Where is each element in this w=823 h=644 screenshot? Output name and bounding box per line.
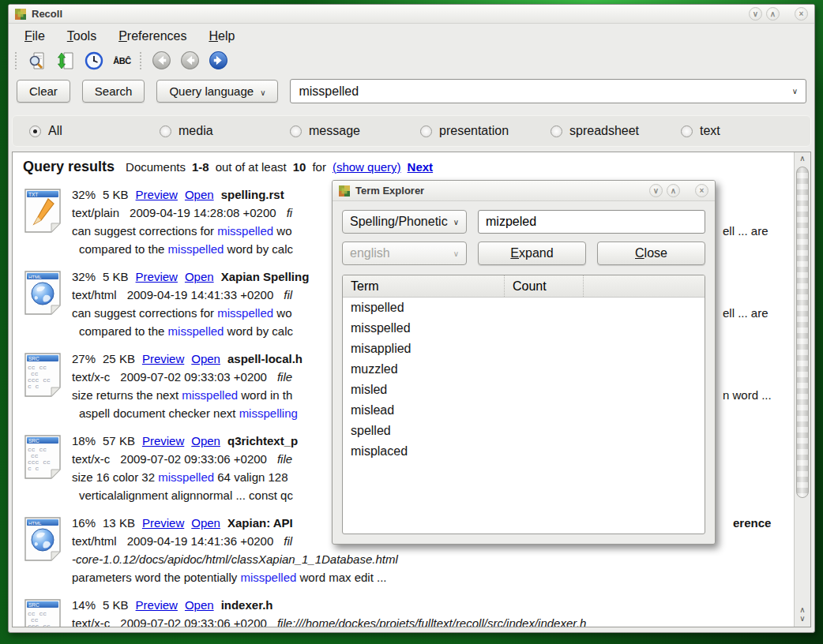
filter-spreadsheet[interactable]: spreadsheet (551, 124, 681, 138)
term-row[interactable]: misled (343, 380, 705, 400)
result-size: 57 KB (103, 432, 135, 450)
column-header-count[interactable]: Count (505, 275, 584, 297)
result-title-fragment: erence (733, 514, 771, 532)
svg-text:TXT: TXT (28, 192, 38, 197)
query-language-dropdown[interactable]: Query language∨ (156, 80, 278, 103)
toolbar-handle[interactable] (15, 52, 17, 69)
filter-all[interactable]: All (29, 124, 160, 138)
term-row[interactable]: muzzled (343, 359, 705, 380)
results-title: Query results (23, 159, 115, 175)
open-link[interactable]: Open (185, 596, 214, 614)
scroll-down-icon[interactable]: ∨ (795, 614, 810, 623)
result-title: aspell-local.h (227, 350, 303, 368)
open-link[interactable]: Open (191, 350, 220, 368)
dialog-titlebar[interactable]: Term Explorer ∨ ∧ × (333, 181, 715, 201)
result-title: indexer.h (221, 596, 273, 614)
filter-presentation[interactable]: presentation (420, 124, 551, 138)
nav-forward-icon[interactable] (208, 50, 229, 71)
open-link[interactable]: Open (191, 514, 220, 532)
term-row[interactable]: misplaced (343, 441, 705, 462)
close-button[interactable]: Close (597, 242, 705, 265)
term-row[interactable]: misspelled (343, 318, 705, 339)
window-title: Recoll (32, 8, 62, 20)
window-shade-button[interactable]: ∨ (749, 7, 762, 21)
term-explorer-dialog: Term Explorer ∨ ∧ × Spelling/Phonetic ∨ … (332, 180, 716, 545)
toolbar: ÅBĈ (9, 47, 814, 76)
document-search-icon[interactable] (26, 50, 47, 71)
filter-text[interactable]: text (681, 124, 720, 138)
scroll-up-icon[interactable]: ∧ (795, 152, 810, 166)
preview-link[interactable]: Preview (142, 350, 184, 368)
chevron-down-icon[interactable]: ∨ (792, 87, 798, 95)
open-link[interactable]: Open (191, 432, 220, 450)
result-title: Xapian: API (227, 514, 293, 532)
menu-preferences[interactable]: Preferences (118, 29, 186, 43)
expand-button[interactable]: Expand (478, 242, 586, 265)
result-score: 32% (72, 268, 96, 286)
preview-link[interactable]: Preview (136, 185, 178, 204)
result-url: file (277, 368, 292, 386)
result-score: 16% (72, 514, 96, 532)
toolbar-handle[interactable] (140, 52, 142, 69)
nav-back-icon[interactable] (179, 50, 201, 71)
next-page-link[interactable]: Next (408, 160, 434, 174)
result-title: spelling.rst (221, 185, 284, 204)
highlighted-term: misspelling (239, 406, 298, 420)
search-query-input[interactable]: misspelled ∨ (290, 79, 806, 103)
term-row[interactable]: spelled (343, 421, 705, 441)
dialog-unshade-button[interactable]: ∧ (667, 184, 680, 197)
result-url: fil (284, 532, 292, 550)
show-query-link[interactable]: (show query) (333, 160, 401, 174)
term-input[interactable]: mizpeled (478, 210, 705, 234)
expansion-mode-dropdown[interactable]: Spelling/Phonetic ∨ (342, 210, 467, 234)
term-table-header: Term Count (343, 275, 705, 298)
doc-icon-src: SRC cc cc cc ccc cc c c (23, 350, 72, 432)
open-link[interactable]: Open (185, 185, 214, 204)
menu-help[interactable]: Help (209, 29, 235, 43)
search-button[interactable]: Search (82, 80, 145, 103)
filter-media[interactable]: media (160, 124, 290, 138)
preview-link[interactable]: Preview (136, 268, 178, 286)
dialog-shade-button[interactable]: ∨ (649, 184, 663, 197)
results-scrollbar[interactable]: ∧ ∧ ∨ (794, 152, 810, 627)
term-row[interactable]: mislead (343, 400, 705, 421)
chevron-down-icon: ∨ (453, 218, 459, 227)
chevron-down-icon: ∨ (453, 249, 459, 258)
nav-first-icon[interactable] (151, 50, 172, 71)
sort-parameters-icon[interactable] (54, 50, 76, 71)
dialog-close-button[interactable]: × (695, 184, 708, 197)
open-link[interactable]: Open (185, 268, 214, 286)
history-clock-icon[interactable] (83, 50, 104, 71)
radio-icon (290, 125, 302, 137)
preview-link[interactable]: Preview (136, 596, 178, 614)
result-mime: text/x-c (72, 450, 110, 468)
radio-icon (29, 125, 41, 137)
scroll-up-icon[interactable]: ∧ (795, 605, 810, 614)
term-row[interactable]: mispelled (343, 298, 705, 318)
language-dropdown[interactable]: english ∨ (342, 242, 467, 265)
menu-file[interactable]: File (24, 29, 45, 43)
recoll-app-icon (339, 185, 350, 197)
svg-text:c c: c c (28, 465, 39, 472)
scrollbar-track[interactable] (795, 166, 810, 601)
menu-tools[interactable]: Tools (67, 29, 96, 43)
recoll-app-icon (15, 9, 26, 20)
category-filter-bar: All media message presentation spreadshe… (12, 115, 811, 147)
column-header-term[interactable]: Term (343, 275, 505, 297)
highlighted-term: misspelled (168, 242, 224, 256)
window-close-button[interactable]: × (795, 7, 808, 21)
window-unshade-button[interactable]: ∧ (766, 7, 780, 21)
result-mime: text/x-c (72, 614, 110, 627)
snippet-fragment: ell ... are (723, 222, 769, 240)
results-total: 10 (293, 160, 306, 174)
scrollbar-thumb[interactable] (796, 167, 809, 498)
term-row[interactable]: misapplied (343, 339, 705, 359)
preview-link[interactable]: Preview (142, 514, 184, 532)
result-url: file (277, 450, 292, 468)
main-titlebar[interactable]: Recoll ∨ ∧ × (9, 5, 814, 24)
term-explorer-spell-icon[interactable]: ÅBĈ (111, 50, 133, 71)
preview-link[interactable]: Preview (142, 432, 184, 450)
filter-message[interactable]: message (290, 124, 420, 138)
clear-button[interactable]: Clear (17, 80, 70, 103)
result-snippet: parameters word the potentially misspell… (72, 568, 794, 586)
